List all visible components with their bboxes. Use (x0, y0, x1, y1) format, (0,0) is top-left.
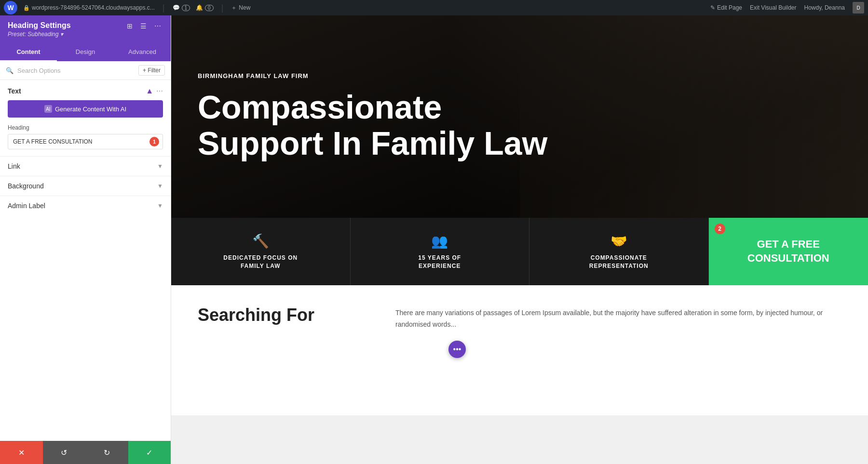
topbar-right: ✎ Edit Page Exit Visual Builder Howdy, D… (710, 2, 864, 13)
admin-label-chevron-icon: ▼ (157, 202, 163, 209)
feature-item-2: 🤝 COMPASSIONATEREPRESENTATION (529, 218, 709, 285)
comment-icon: 💬 (173, 4, 180, 11)
comments-link[interactable]: 💬 1 (173, 4, 190, 11)
sidebar-preset[interactable]: Preset: Subheading ▾ (8, 31, 71, 38)
text-section-header: Text ▲ ⋯ (0, 80, 171, 100)
cancel-button[interactable]: ✕ (0, 441, 43, 464)
lock-icon: 🔒 (23, 5, 30, 11)
floating-dots-button[interactable]: ••• (448, 341, 466, 358)
sidebar-header-icons: ⊞ ☰ ⋯ (125, 21, 163, 31)
notifications-link[interactable]: 🔔 0 (196, 4, 214, 11)
below-hero-body: There are many variations of passages of… (395, 305, 841, 331)
background-section-title: Background (8, 182, 44, 190)
tab-design[interactable]: Design (57, 43, 114, 61)
search-icon: 🔍 (6, 67, 14, 74)
feature-item-0: 🔨 DEDICATED FOCUS ONFAMILY LAW (171, 218, 351, 285)
hero-section: BIRMINGHAM FAMILY LAW FIRM Compassionate… (171, 15, 868, 285)
sidebar-title: Heading Settings (8, 21, 71, 30)
background-chevron-icon: ▼ (157, 183, 163, 189)
background-section[interactable]: Background ▼ (0, 176, 171, 196)
ai-icon: AI (44, 105, 52, 113)
new-button[interactable]: ＋ New (231, 4, 250, 12)
people-icon: 👥 (431, 233, 448, 249)
separator: | (163, 3, 165, 13)
hero-content: BIRMINGHAM FAMILY LAW FIRM Compassionate… (171, 15, 868, 218)
feature-text-2: COMPASSIONATEREPRESENTATION (589, 254, 649, 270)
sidebar-title-area: Heading Settings Preset: Subheading ▾ (8, 21, 71, 38)
sidebar-header: Heading Settings Preset: Subheading ▾ ⊞ … (0, 15, 171, 43)
heading-field-group: Heading 1 (0, 124, 171, 156)
hero-subtitle: BIRMINGHAM FAMILY LAW FIRM (198, 72, 849, 80)
sidebar-tabs: Content Design Advanced (0, 43, 171, 61)
feature-text-0: DEDICATED FOCUS ONFAMILY LAW (223, 254, 298, 270)
handshake-icon: 🤝 (610, 233, 627, 249)
notifications-badge: 0 (205, 5, 214, 11)
below-hero-section: Searching For There are many variations … (171, 285, 868, 415)
bell-icon: 🔔 (196, 4, 203, 11)
wordpress-icon[interactable]: W (4, 1, 17, 14)
pencil-icon: ✎ (710, 4, 715, 11)
sidebar-content: Text ▲ ⋯ AI Generate Content With AI Hea… (0, 80, 171, 441)
comments-badge: 1 (182, 5, 190, 11)
sidebar-search-bar: 🔍 + Filter (0, 61, 171, 80)
cta-feature-button[interactable]: 2 GET A FREE CONSULTATION (709, 218, 868, 285)
sidebar: Heading Settings Preset: Subheading ▾ ⊞ … (0, 15, 171, 464)
user-avatar[interactable]: D (853, 2, 864, 13)
sidebar-bottom-bar: ✕ ↺ ↻ ✓ (0, 441, 171, 464)
search-input[interactable] (17, 67, 135, 74)
separator2: | (221, 3, 224, 13)
fullscreen-icon[interactable]: ⊞ (125, 21, 135, 31)
site-url: 🔒 wordpress-784896-5247064.cloudwaysapps… (23, 4, 155, 11)
heading-input[interactable] (8, 134, 163, 149)
undo-button[interactable]: ↺ (43, 441, 86, 464)
section-controls: ▲ ⋯ (146, 87, 163, 95)
heading-badge: 1 (149, 137, 159, 146)
feature-text-1: 15 YEARS OFEXPERIENCE (418, 254, 461, 270)
cta-badge: 2 (715, 224, 725, 234)
main-content: BIRMINGHAM FAMILY LAW FIRM Compassionate… (171, 15, 868, 464)
admin-label-section-title: Admin Label (8, 202, 45, 210)
generate-ai-button[interactable]: AI Generate Content With AI (8, 100, 163, 118)
feature-item-1: 👥 15 YEARS OFEXPERIENCE (351, 218, 530, 285)
text-section-title: Text (8, 87, 21, 95)
hero-title: Compassionate Support In Family Law (198, 89, 632, 161)
edit-page-button[interactable]: ✎ Edit Page (710, 4, 742, 11)
link-section[interactable]: Link ▼ (0, 156, 171, 176)
user-greeting: Howdy, Deanna (804, 4, 845, 11)
admin-label-section[interactable]: Admin Label ▼ (0, 196, 171, 215)
filter-button[interactable]: + Filter (138, 65, 165, 76)
more-options-icon[interactable]: ⋯ (152, 21, 163, 31)
save-button[interactable]: ✓ (128, 441, 171, 464)
section-more-icon[interactable]: ⋯ (156, 87, 163, 95)
exit-visual-builder-button[interactable]: Exit Visual Builder (750, 4, 797, 11)
top-bar: W 🔒 wordpress-784896-5247064.cloudwaysap… (0, 0, 868, 15)
main-layout: Heading Settings Preset: Subheading ▾ ⊞ … (0, 15, 868, 464)
columns-icon[interactable]: ☰ (138, 21, 149, 31)
feature-bar: 🔨 DEDICATED FOCUS ONFAMILY LAW 👥 15 YEAR… (171, 218, 868, 285)
below-hero-left: Searching For (198, 305, 366, 325)
plus-icon: ＋ (231, 4, 237, 12)
collapse-icon[interactable]: ▲ (146, 87, 153, 95)
tab-content[interactable]: Content (0, 43, 57, 61)
heading-input-wrap: 1 (8, 134, 163, 149)
below-hero-title: Searching For (198, 305, 366, 325)
hammer-icon: 🔨 (252, 233, 269, 249)
tab-advanced[interactable]: Advanced (114, 43, 171, 61)
link-chevron-icon: ▼ (157, 163, 163, 170)
link-section-title: Link (8, 162, 20, 170)
cta-text: GET A FREE CONSULTATION (747, 238, 829, 265)
redo-button[interactable]: ↻ (85, 441, 128, 464)
heading-label: Heading (8, 124, 163, 131)
